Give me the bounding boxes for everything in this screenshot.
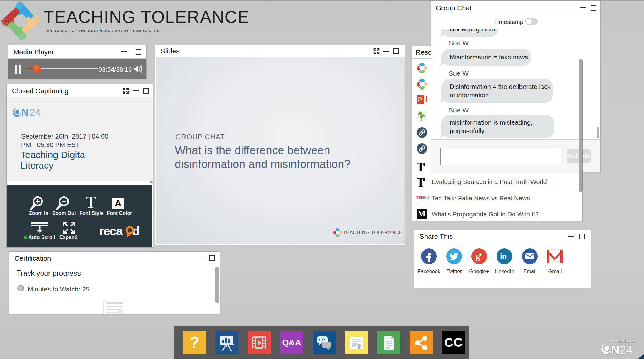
svg-text:24: 24 (29, 107, 41, 118)
svg-text:N: N (611, 344, 619, 356)
svg-text:g: g (475, 251, 480, 261)
svg-text:24: 24 (620, 344, 632, 356)
svg-text:N: N (21, 107, 28, 118)
svg-text:in: in (500, 252, 507, 260)
